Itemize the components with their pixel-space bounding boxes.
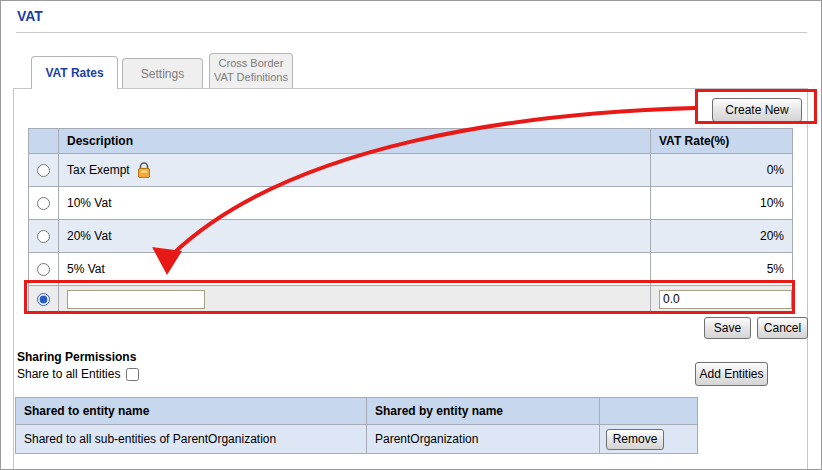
row-rate: 0% [651,154,793,187]
title-divider [16,32,807,33]
row-radio[interactable] [37,164,50,177]
tab-vat-rates-label: VAT Rates [45,66,103,80]
sharing-permissions-heading: Sharing Permissions [17,350,136,364]
shared-to-column-header: Shared to entity name [16,398,367,425]
vat-rates-table: Description VAT Rate(%) Tax Exempt 0% 10… [28,128,793,313]
sharing-permissions-table: Shared to entity name Shared by entity n… [15,397,698,454]
row-description: 20% Vat [59,220,651,253]
new-vat-row [29,286,793,313]
row-radio[interactable] [37,263,50,276]
shared-by-column-header: Shared by entity name [367,398,600,425]
table-row-20-vat: 20% Vat 20% [29,220,793,253]
page-title: VAT [17,8,43,24]
new-description-input[interactable] [67,290,205,309]
row-rate: 10% [651,187,793,220]
save-button[interactable]: Save [704,317,751,339]
new-rate-input[interactable] [659,290,792,309]
table-row-tax-exempt: Tax Exempt 0% [29,154,793,187]
vat-settings-window: VAT VAT Rates Settings Cross Border VAT … [0,0,822,470]
tab-settings[interactable]: Settings [122,58,203,88]
shared-to-value: Shared to all sub-entities of ParentOrga… [16,425,367,454]
shared-by-value: ParentOrganization [367,425,600,454]
description-column-header: Description [59,129,651,154]
add-entities-button[interactable]: Add Entities [695,362,768,386]
sharing-table-header-row: Shared to entity name Shared by entity n… [16,398,698,425]
share-to-all-entities-checkbox[interactable] [126,368,139,381]
remove-button[interactable]: Remove [606,429,664,450]
tab-vat-rates[interactable]: VAT Rates [31,56,118,89]
share-to-all-entities-label: Share to all Entities [17,367,120,381]
tab-cross-border-label: Cross Border VAT Definitions [212,57,290,85]
radio-column-header [29,129,59,154]
row-radio[interactable] [37,230,50,243]
table-row-10-vat: 10% Vat 10% [29,187,793,220]
row-description: 10% Vat [59,187,651,220]
row-rate: 20% [651,220,793,253]
cancel-button[interactable]: Cancel [757,317,808,339]
row-description: 5% Vat [59,253,651,286]
new-row-radio[interactable] [37,293,50,306]
sharing-table-row: Shared to all sub-entities of ParentOrga… [16,425,698,454]
rate-column-header: VAT Rate(%) [651,129,793,154]
vat-table-header-row: Description VAT Rate(%) [29,129,793,154]
create-new-button[interactable]: Create New [712,98,802,122]
table-row-5-vat: 5% Vat 5% [29,253,793,286]
row-rate: 5% [651,253,793,286]
lock-icon [136,161,152,179]
row-description: Tax Exempt [67,163,130,177]
row-radio[interactable] [37,197,50,210]
action-column-header [600,398,698,425]
tab-settings-label: Settings [141,67,184,81]
tab-cross-border-vat-definitions[interactable]: Cross Border VAT Definitions [209,53,293,88]
